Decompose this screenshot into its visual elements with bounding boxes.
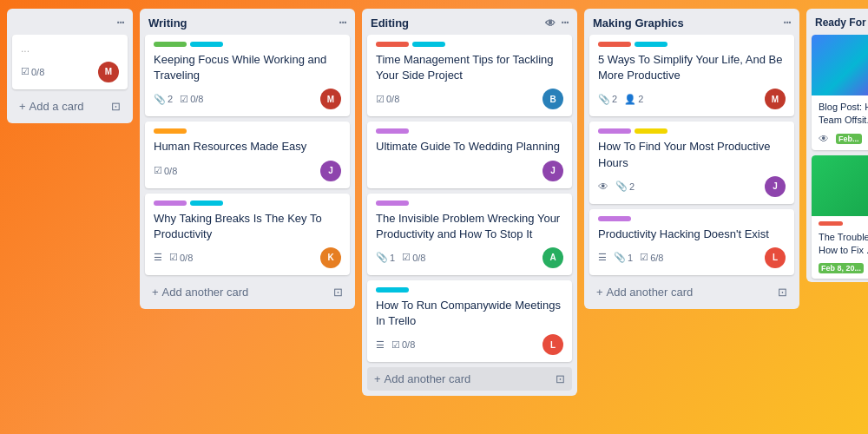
column-editing: Editing Time Management Tips for Tacklin… bbox=[362, 9, 577, 396]
check-icon bbox=[376, 94, 385, 105]
card-editing-3[interactable]: The Invisible Problem Wrecking Your Prod… bbox=[367, 194, 572, 275]
card-title-editing-4: How To Run Companywide Meetings In Trell… bbox=[376, 298, 563, 329]
paperclip-icon bbox=[615, 181, 628, 192]
paperclip-icon bbox=[154, 94, 166, 105]
card-title-mg-1: 5 Ways To Simplify Your Life, And Be Mor… bbox=[598, 52, 786, 83]
card-writing-2[interactable]: Human Resources Made Easy 0/8 J bbox=[145, 122, 350, 187]
card-making-graphics-2[interactable]: How To Find Your Most Productive Hours 2… bbox=[589, 122, 794, 203]
card-meta-editing-1: 0/8 B bbox=[376, 89, 563, 109]
column-body-partial: ... 0/8 M bbox=[7, 35, 133, 93]
check-badge-editing-1: 0/8 bbox=[376, 94, 399, 105]
column-menu-editing[interactable] bbox=[561, 16, 569, 30]
card-labels-editing-1 bbox=[376, 42, 563, 47]
column-body-writing: Keeping Focus While Working and Travelin… bbox=[140, 35, 355, 279]
add-card-label-editing: Add another card bbox=[385, 372, 471, 385]
column-title-making-graphics: Making Graphics bbox=[593, 16, 684, 30]
card-title-mg-3: Productivity Hacking Doesn't Exist bbox=[598, 227, 786, 242]
paperclip-badge-mg-2: 2 bbox=[615, 181, 635, 192]
card-meta-editing-2: J bbox=[376, 161, 563, 181]
card-ready-1[interactable]: B Blog Post: H... Team Offsit... Feb... bbox=[812, 35, 868, 150]
card-labels-editing-4 bbox=[376, 287, 563, 293]
check-badge-mg-3: 6/8 bbox=[640, 252, 663, 263]
add-card-button-partial[interactable]: + Add a card ⊡ bbox=[12, 95, 128, 118]
card-editing-4[interactable]: How To Run Companywide Meetings In Trell… bbox=[367, 280, 572, 362]
label-purple-mg-3 bbox=[598, 216, 631, 221]
column-body-editing: Time Management Tips for Tackling Your S… bbox=[362, 35, 577, 365]
check-badge-writing-2: 0/8 bbox=[154, 165, 177, 176]
card-meta-ready-1: Feb... bbox=[819, 133, 868, 145]
card-image-ready-1: B bbox=[812, 35, 868, 95]
card-badges-writing-1: 2 0/8 bbox=[154, 94, 203, 105]
column-header-partial bbox=[7, 9, 133, 35]
card-editing-2[interactable]: Ultimate Guide To Wedding Planning J bbox=[367, 122, 572, 187]
avatar-mg-3: L bbox=[765, 247, 786, 268]
card-image-ready-2 bbox=[812, 155, 868, 216]
paperclip-badge-editing-3: 1 bbox=[376, 252, 395, 263]
column-body-ready: B Blog Post: H... Team Offsit... Feb... bbox=[806, 35, 868, 282]
card-meta-writing-1: 2 0/8 M bbox=[154, 89, 341, 109]
card-title-ready-2: The Trouble... How to Fix ... bbox=[819, 231, 868, 258]
card-making-graphics-3[interactable]: Productivity Hacking Doesn't Exist 1 6/8… bbox=[589, 209, 794, 275]
card-title-mg-2: How To Find Your Most Productive Hours bbox=[598, 139, 786, 170]
card-writing-1[interactable]: Keeping Focus While Working and Travelin… bbox=[145, 35, 350, 116]
column-title-ready: Ready For bbox=[815, 16, 866, 29]
card-title-writing-2: Human Resources Made Easy bbox=[154, 139, 341, 155]
check-badge-partial: 0/8 bbox=[21, 66, 44, 77]
card-labels-writing-3 bbox=[154, 201, 341, 206]
paperclip-icon bbox=[598, 94, 610, 105]
add-card-button-making-graphics[interactable]: + Add another card ⊡ bbox=[589, 280, 794, 304]
label-teal-editing-4 bbox=[376, 287, 409, 293]
column-title-writing: Writing bbox=[148, 16, 187, 30]
card-labels-writing-2 bbox=[154, 128, 341, 134]
board: ... 0/8 M + Add a card ⊡ Writing bbox=[7, 9, 868, 425]
card-badges-writing-3: 0/8 bbox=[154, 252, 193, 263]
column-body-making-graphics: 5 Ways To Simplify Your Life, And Be Mor… bbox=[584, 35, 799, 279]
card-partial[interactable]: ... 0/8 M bbox=[12, 35, 128, 89]
card-meta-writing-2: 0/8 J bbox=[154, 161, 341, 181]
add-card-label-writing: Add another card bbox=[162, 286, 249, 299]
label-green bbox=[154, 42, 187, 47]
paperclip-badge-writing-1: 2 bbox=[154, 94, 173, 105]
card-title-editing-3: The Invisible Problem Wrecking Your Prod… bbox=[376, 211, 563, 242]
card-badges-mg-3: 1 6/8 bbox=[598, 252, 663, 263]
label-purple-editing bbox=[376, 128, 409, 134]
label-purple-mg bbox=[598, 128, 631, 134]
card-title-writing-3: Why Taking Breaks Is The Key To Producti… bbox=[154, 211, 341, 242]
eye-icon-editing[interactable] bbox=[545, 16, 556, 30]
card-writing-3[interactable]: Why Taking Breaks Is The Key To Producti… bbox=[145, 194, 350, 275]
card-back-icon-writing: ⊡ bbox=[333, 286, 343, 299]
add-card-label-partial: Add a card bbox=[30, 100, 84, 113]
check-badge-editing-4: 0/8 bbox=[391, 339, 415, 351]
card-labels-mg-3 bbox=[598, 216, 786, 221]
check-icon bbox=[154, 165, 162, 176]
column-menu-writing[interactable] bbox=[339, 16, 346, 30]
avatar-editing-1: B bbox=[542, 89, 563, 109]
column-title-editing: Editing bbox=[371, 16, 409, 30]
label-teal-editing bbox=[412, 42, 445, 47]
green-badge-ready-1: Feb... bbox=[836, 134, 862, 144]
card-meta-mg-2: 2 J bbox=[598, 176, 786, 197]
card-making-graphics-1[interactable]: 5 Ways To Simplify Your Life, And Be Mor… bbox=[589, 35, 794, 116]
avatar-writing-2: J bbox=[320, 161, 341, 181]
card-editing-1[interactable]: Time Management Tips for Tackling Your S… bbox=[367, 35, 572, 116]
add-card-button-writing[interactable]: + Add another card ⊡ bbox=[145, 280, 350, 304]
avatar-mg-2: J bbox=[765, 176, 786, 197]
list-badge-editing-4 bbox=[376, 339, 385, 351]
eye-badge-mg-2 bbox=[598, 181, 608, 193]
check-icon bbox=[169, 252, 178, 263]
card-ready-2[interactable]: The Trouble... How to Fix ... Feb 8, 20.… bbox=[812, 155, 868, 279]
card-labels-mg-2 bbox=[598, 128, 786, 134]
column-menu-partial[interactable] bbox=[116, 16, 124, 30]
people-badge-mg-1: 2 bbox=[624, 94, 643, 105]
check-icon bbox=[391, 339, 400, 351]
column-menu-making-graphics[interactable] bbox=[783, 16, 791, 30]
list-icon bbox=[598, 252, 607, 263]
card-badges-editing-1: 0/8 bbox=[376, 94, 399, 105]
card-badges-ready-1: Feb... bbox=[819, 133, 862, 145]
add-card-button-editing[interactable]: + Add another card ⊡ bbox=[367, 367, 572, 391]
card-meta-editing-3: 1 0/8 A bbox=[376, 247, 563, 268]
card-title-editing-1: Time Management Tips for Tackling Your S… bbox=[376, 52, 563, 83]
label-red bbox=[376, 42, 409, 47]
label-red-ready bbox=[819, 221, 843, 226]
check-badge-editing-3: 0/8 bbox=[402, 252, 425, 263]
